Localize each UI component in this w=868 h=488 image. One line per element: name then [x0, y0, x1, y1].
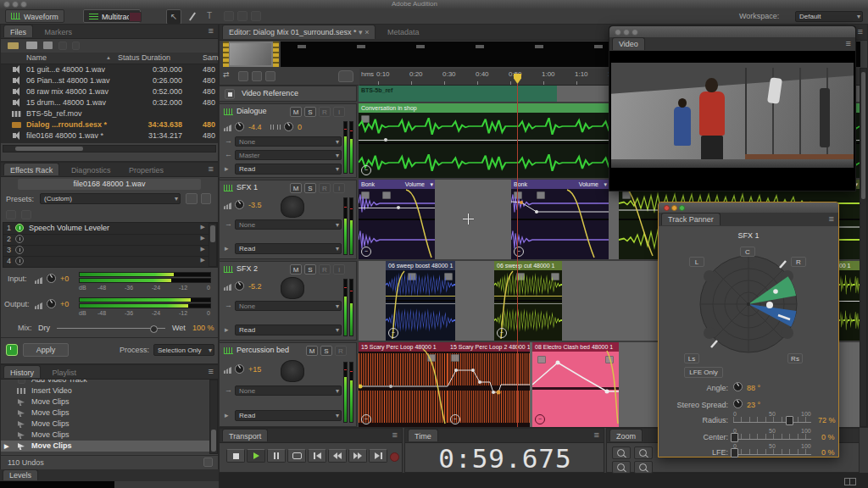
close-window-icon[interactable] — [3, 1, 10, 8]
arm-record-button[interactable]: R — [319, 183, 331, 193]
surround-panner-icon[interactable] — [281, 360, 304, 382]
track-header-sfx1[interactable]: SFX 1 M S R I -3.5 → None▾ ▸ Read▾ — [219, 180, 357, 259]
move-tool-button[interactable]: ↖ — [166, 9, 181, 25]
clip-electro-clash[interactable]: 08 Electro Clash bed 48000 1 ~ — [532, 342, 619, 427]
input-gain-value[interactable]: +0 — [60, 274, 69, 283]
envelope-node[interactable] — [384, 138, 387, 141]
clip-bonk-1[interactable]: BonkVolume▾ ~ — [359, 180, 435, 259]
tab-zoom[interactable]: Zoom — [609, 429, 643, 441]
col-status[interactable]: Status — [118, 53, 140, 64]
close-window-icon[interactable] — [664, 205, 670, 211]
pan-value[interactable]: 0 — [298, 123, 302, 131]
clip-fx-icon[interactable] — [238, 71, 248, 81]
lfe-slider-thumb[interactable] — [731, 448, 738, 458]
arm-record-button[interactable]: R — [335, 346, 347, 356]
lfe-slider[interactable] — [733, 449, 811, 455]
speaker-rs-button[interactable]: Rs — [787, 353, 803, 363]
clip-fx-badge-icon[interactable]: ~ — [361, 165, 371, 175]
zoom-out-icon[interactable] — [612, 446, 631, 459]
file-row[interactable]: file0168 48000 1.wav *31:34.217480 — [1, 130, 218, 141]
speaker-l-button[interactable]: L — [689, 257, 704, 267]
video-titlebar[interactable] — [609, 26, 855, 37]
zoom-in-point-icon[interactable] — [612, 461, 631, 474]
clip-fx-badge-icon[interactable]: ~ — [535, 414, 545, 424]
track-input-dropdown[interactable]: None▾ — [235, 219, 342, 230]
effect-slot[interactable]: 3 ▶ — [3, 245, 209, 257]
video-window[interactable]: Video ≡ — [609, 25, 856, 191]
surround-panner-icon[interactable] — [281, 277, 304, 299]
process-dropdown[interactable]: Selection Only▾ — [153, 344, 214, 356]
file-row[interactable]: 08 raw mix 48000 1.wav0:52.000480 — [1, 86, 218, 97]
file-row[interactable]: 15 drum... 48000 1.wav0:32.000480 — [1, 97, 218, 108]
effect-power-icon[interactable] — [15, 235, 24, 243]
delete-preset-icon[interactable] — [201, 193, 211, 204]
tab-files[interactable]: Files — [3, 25, 33, 37]
solo-button[interactable]: S — [320, 346, 332, 356]
marquee-tool-icon[interactable] — [237, 11, 248, 21]
panel-menu-icon[interactable]: ≡ — [209, 366, 214, 376]
open-folder-icon[interactable] — [8, 42, 19, 49]
tab-editor-session[interactable]: Editor: Dialog Mix 01_surround.sesx * ▾ … — [222, 25, 376, 39]
track-output-dropdown[interactable]: Master▾ — [235, 150, 342, 160]
volume-value[interactable]: -5.2 — [248, 282, 262, 291]
panner-titlebar[interactable] — [659, 202, 838, 213]
minimize-window-icon[interactable] — [671, 205, 677, 211]
panel-menu-icon[interactable]: ≡ — [209, 164, 214, 174]
col-duration[interactable]: Duration — [142, 53, 170, 64]
surround-panner-icon[interactable] — [281, 196, 304, 218]
effect-slot[interactable]: 2 ▶ — [3, 234, 209, 246]
automation-mode-dropdown[interactable]: Read▾ — [235, 164, 342, 175]
effect-power-icon[interactable] — [15, 224, 24, 232]
speaker-c-button[interactable]: C — [740, 247, 755, 257]
clip-fx-badge-icon[interactable]: ~ — [514, 247, 524, 257]
center-slider[interactable] — [733, 434, 811, 440]
crossfade-icon[interactable]: ⇄ — [220, 69, 233, 80]
monitor-input-button[interactable]: I — [333, 107, 345, 117]
input-gain-knob[interactable] — [47, 274, 56, 283]
col-name[interactable]: Name — [26, 53, 47, 64]
radius-slider[interactable] — [733, 417, 811, 423]
solo-button[interactable]: S — [304, 183, 316, 193]
skip-to-end-button[interactable] — [369, 449, 387, 463]
center-value[interactable]: 0 % — [821, 433, 835, 441]
clip-sweep-boost[interactable]: 06 sweep boost 48000 1 ~ — [386, 261, 455, 341]
tab-metadata[interactable]: Metadata — [381, 25, 426, 39]
trash-icon[interactable] — [203, 458, 213, 467]
pan-knob[interactable] — [284, 122, 293, 131]
history-item[interactable]: Add Video Track — [1, 380, 218, 385]
tab-time[interactable]: Time — [408, 429, 438, 441]
mute-button[interactable]: M — [306, 346, 318, 356]
tab-markers[interactable]: Markers — [38, 25, 80, 37]
mix-slider-thumb[interactable] — [150, 325, 158, 333]
volume-value[interactable]: +15 — [248, 365, 261, 374]
track-header-sfx2[interactable]: SFX 2 M S R I -5.2 → None▾ ▸ Read▾ — [219, 261, 357, 341]
volume-value[interactable]: -3.5 — [248, 201, 262, 209]
clip-fx-badge-icon[interactable]: ~ — [388, 328, 398, 338]
clip-bonk-2[interactable]: BonkVolume▾ ~ — [511, 180, 609, 259]
volume-knob[interactable] — [235, 281, 244, 291]
effect-clock-icon[interactable] — [21, 210, 31, 219]
col-sample[interactable]: Sam — [203, 53, 219, 64]
clip-perc-loop-1[interactable]: 15 Scary Perc Loop 48000 1 ~ — [359, 342, 448, 427]
volume-value[interactable]: -4.4 — [248, 123, 262, 131]
waveform-view-button[interactable]: Waveform — [5, 9, 64, 23]
panel-menu-icon[interactable]: ≡ — [858, 26, 863, 36]
fast-forward-button[interactable] — [348, 449, 367, 463]
playhead-marker[interactable] — [514, 74, 521, 84]
speaker-ls-button[interactable]: Ls — [684, 353, 699, 363]
history-item-selected[interactable]: ▶Move Clips — [1, 441, 218, 452]
text-tool-button[interactable]: T — [203, 9, 215, 23]
file-row[interactable]: 01 guit...e 48000 1.wav0:30.000480 — [1, 64, 218, 75]
presets-dropdown[interactable]: (Custom)▾ — [40, 193, 181, 204]
files-hscrollbar[interactable] — [3, 145, 216, 152]
spectral-icon[interactable] — [129, 12, 142, 22]
rack-power-icon[interactable] — [6, 344, 18, 356]
tab-video[interactable]: Video — [612, 37, 645, 50]
tab-playlist[interactable]: Playlist — [46, 365, 84, 378]
arm-record-button[interactable]: R — [319, 264, 331, 274]
tab-properties[interactable]: Properties — [122, 163, 170, 175]
razor-tool-icon[interactable] — [189, 12, 196, 20]
tab-transport[interactable]: Transport — [222, 429, 268, 441]
volume-envelope[interactable] — [532, 342, 619, 427]
history-item[interactable]: Move Clips — [1, 396, 218, 408]
